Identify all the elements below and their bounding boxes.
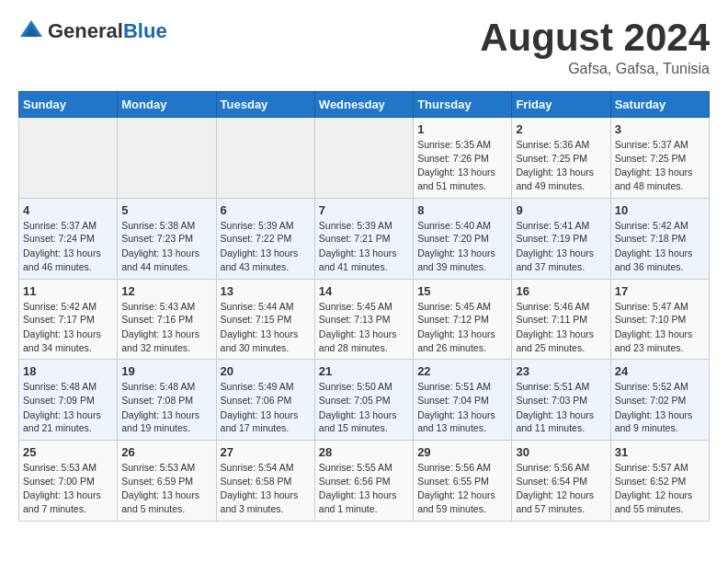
day-info: Daylight: 12 hours and 55 minutes. [615, 488, 705, 515]
logo-general-text: General [48, 19, 123, 42]
calendar-cell: 27Sunrise: 5:54 AMSunset: 6:58 PMDayligh… [216, 441, 314, 522]
day-info: Daylight: 13 hours and 49 minutes. [516, 166, 606, 192]
day-info: Sunset: 7:18 PM [615, 232, 705, 246]
day-info: Sunset: 7:11 PM [516, 313, 606, 327]
day-info: Sunset: 7:25 PM [615, 152, 705, 166]
calendar-cell [118, 118, 216, 199]
calendar-cell: 2Sunrise: 5:36 AMSunset: 7:25 PMDaylight… [512, 118, 610, 199]
calendar-cell: 20Sunrise: 5:49 AMSunset: 7:06 PMDayligh… [216, 360, 314, 441]
day-info: Sunrise: 5:53 AM [121, 461, 211, 475]
day-info: Sunrise: 5:42 AM [615, 219, 705, 233]
day-info: Sunset: 6:54 PM [516, 475, 606, 488]
day-info: Daylight: 13 hours and 34 minutes. [23, 327, 113, 354]
calendar-cell [19, 118, 118, 199]
day-info: Sunrise: 5:50 AM [319, 380, 409, 394]
calendar-cell: 14Sunrise: 5:45 AMSunset: 7:13 PMDayligh… [314, 279, 413, 360]
week-row-1: 1Sunrise: 5:35 AMSunset: 7:26 PMDaylight… [19, 118, 710, 199]
calendar-cell: 13Sunrise: 5:44 AMSunset: 7:15 PMDayligh… [216, 279, 314, 360]
day-info: Sunrise: 5:37 AM [615, 138, 705, 152]
day-info: Sunset: 6:56 PM [319, 475, 409, 488]
day-info: Sunrise: 5:38 AM [121, 219, 211, 233]
day-number: 23 [516, 364, 606, 378]
day-info: Daylight: 13 hours and 37 minutes. [516, 247, 606, 273]
day-number: 8 [417, 203, 507, 217]
day-info: Sunset: 7:05 PM [319, 394, 409, 408]
logo-blue-text: Blue [123, 19, 167, 42]
calendar-cell: 21Sunrise: 5:50 AMSunset: 7:05 PMDayligh… [314, 360, 413, 441]
day-info: Sunrise: 5:47 AM [615, 300, 705, 314]
day-info: Sunset: 7:22 PM [221, 232, 311, 246]
day-info: Sunset: 7:03 PM [516, 394, 606, 408]
logo-icon [18, 18, 44, 44]
weekday-header-saturday: Saturday [610, 92, 709, 118]
day-info: Sunrise: 5:45 AM [319, 300, 409, 314]
day-info: Sunrise: 5:39 AM [319, 219, 409, 233]
calendar-cell: 29Sunrise: 5:56 AMSunset: 6:55 PMDayligh… [414, 441, 512, 522]
calendar-cell: 24Sunrise: 5:52 AMSunset: 7:02 PMDayligh… [610, 360, 709, 441]
day-info: Daylight: 13 hours and 21 minutes. [23, 408, 113, 435]
day-info: Sunset: 7:00 PM [23, 475, 113, 488]
day-number: 11 [23, 284, 113, 298]
day-info: Sunset: 7:13 PM [319, 313, 409, 327]
calendar-cell: 16Sunrise: 5:46 AMSunset: 7:11 PMDayligh… [512, 279, 610, 360]
day-info: Sunrise: 5:44 AM [221, 300, 311, 314]
calendar-cell: 23Sunrise: 5:51 AMSunset: 7:03 PMDayligh… [512, 360, 610, 441]
day-number: 31 [615, 445, 705, 459]
calendar-cell: 5Sunrise: 5:38 AMSunset: 7:23 PMDaylight… [118, 198, 216, 279]
day-number: 30 [516, 445, 606, 459]
weekday-header-thursday: Thursday [414, 92, 512, 118]
calendar-table: SundayMondayTuesdayWednesdayThursdayFrid… [18, 91, 710, 522]
calendar-cell: 31Sunrise: 5:57 AMSunset: 6:52 PMDayligh… [610, 441, 709, 522]
day-info: Sunrise: 5:41 AM [516, 219, 606, 233]
week-row-3: 11Sunrise: 5:42 AMSunset: 7:17 PMDayligh… [19, 279, 710, 360]
calendar-cell: 17Sunrise: 5:47 AMSunset: 7:10 PMDayligh… [610, 279, 709, 360]
day-number: 21 [319, 364, 409, 378]
calendar-cell [216, 118, 314, 199]
day-number: 13 [221, 284, 311, 298]
day-number: 12 [121, 284, 211, 298]
day-info: Sunset: 7:26 PM [417, 152, 507, 166]
day-info: Daylight: 13 hours and 17 minutes. [221, 408, 311, 435]
calendar-cell: 26Sunrise: 5:53 AMSunset: 6:59 PMDayligh… [118, 441, 216, 522]
day-number: 7 [319, 203, 409, 217]
day-number: 10 [615, 203, 705, 217]
day-info: Sunset: 7:08 PM [121, 394, 211, 408]
calendar-cell: 8Sunrise: 5:40 AMSunset: 7:20 PMDaylight… [414, 198, 512, 279]
day-number: 29 [417, 445, 507, 459]
weekday-header-tuesday: Tuesday [216, 92, 314, 118]
weekday-header-sunday: Sunday [19, 92, 118, 118]
day-number: 5 [121, 203, 211, 217]
day-info: Sunrise: 5:49 AM [221, 380, 311, 394]
day-info: Sunrise: 5:48 AM [121, 380, 211, 394]
day-info: Daylight: 13 hours and 43 minutes. [221, 247, 311, 273]
day-info: Sunset: 6:52 PM [615, 475, 705, 488]
day-info: Sunrise: 5:52 AM [615, 380, 705, 394]
day-number: 26 [121, 445, 211, 459]
calendar-cell: 7Sunrise: 5:39 AMSunset: 7:21 PMDaylight… [314, 198, 413, 279]
day-info: Daylight: 13 hours and 7 minutes. [23, 488, 113, 515]
location-subtitle: Gafsa, Gafsa, Tunisia [480, 61, 710, 77]
day-number: 14 [319, 284, 409, 298]
day-number: 4 [23, 203, 113, 217]
day-info: Sunset: 7:24 PM [23, 232, 113, 246]
day-info: Daylight: 13 hours and 13 minutes. [417, 408, 507, 435]
day-info: Daylight: 13 hours and 44 minutes. [121, 247, 211, 273]
day-info: Daylight: 13 hours and 15 minutes. [319, 408, 409, 435]
calendar-cell: 25Sunrise: 5:53 AMSunset: 7:00 PMDayligh… [19, 441, 118, 522]
day-info: Sunset: 7:09 PM [23, 394, 113, 408]
day-info: Sunset: 7:16 PM [121, 313, 211, 327]
day-info: Sunset: 6:55 PM [417, 475, 507, 488]
calendar-cell: 6Sunrise: 5:39 AMSunset: 7:22 PMDaylight… [216, 198, 314, 279]
day-info: Sunrise: 5:40 AM [417, 219, 507, 233]
week-row-4: 18Sunrise: 5:48 AMSunset: 7:09 PMDayligh… [19, 360, 710, 441]
day-info: Daylight: 13 hours and 30 minutes. [221, 327, 311, 354]
day-info: Daylight: 13 hours and 48 minutes. [615, 166, 705, 192]
month-year-title: August 2024 [480, 18, 710, 57]
day-info: Sunrise: 5:37 AM [23, 219, 113, 233]
day-info: Daylight: 13 hours and 26 minutes. [417, 327, 507, 354]
day-info: Sunrise: 5:42 AM [23, 300, 113, 314]
day-number: 22 [417, 364, 507, 378]
calendar-cell: 28Sunrise: 5:55 AMSunset: 6:56 PMDayligh… [314, 441, 413, 522]
day-info: Sunset: 7:06 PM [221, 394, 311, 408]
calendar-cell: 11Sunrise: 5:42 AMSunset: 7:17 PMDayligh… [19, 279, 118, 360]
